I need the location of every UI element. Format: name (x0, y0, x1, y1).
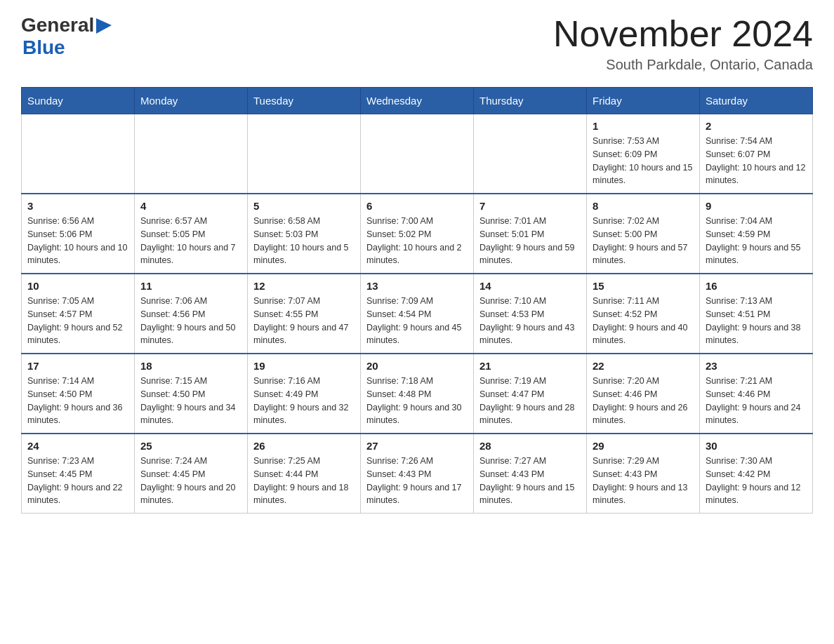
day-number: 26 (253, 440, 355, 452)
calendar-cell (248, 114, 361, 194)
calendar-cell: 15Sunrise: 7:11 AMSunset: 4:52 PMDayligh… (587, 274, 700, 354)
day-number: 30 (706, 440, 807, 452)
day-number: 5 (253, 200, 355, 212)
day-info: Sunrise: 7:18 AMSunset: 4:48 PMDaylight:… (366, 375, 468, 427)
day-number: 2 (706, 120, 807, 132)
calendar-table: Sunday Monday Tuesday Wednesday Thursday… (21, 87, 813, 514)
logo-triangle-icon (96, 18, 112, 34)
day-number: 18 (140, 360, 241, 372)
calendar-cell: 5Sunrise: 6:58 AMSunset: 5:03 PMDaylight… (248, 194, 361, 274)
svg-marker-0 (96, 18, 112, 34)
calendar-cell: 23Sunrise: 7:21 AMSunset: 4:46 PMDayligh… (700, 354, 813, 434)
calendar-cell (135, 114, 248, 194)
day-number: 23 (706, 360, 807, 372)
calendar-cell: 21Sunrise: 7:19 AMSunset: 4:47 PMDayligh… (474, 354, 587, 434)
day-number: 8 (593, 200, 694, 212)
day-info: Sunrise: 7:19 AMSunset: 4:47 PMDaylight:… (479, 375, 581, 427)
day-number: 6 (366, 200, 468, 212)
header-wednesday: Wednesday (361, 88, 474, 114)
day-number: 11 (140, 280, 241, 292)
day-info: Sunrise: 7:14 AMSunset: 4:50 PMDaylight:… (27, 375, 128, 427)
month-title: November 2024 (553, 14, 813, 54)
calendar-cell: 2Sunrise: 7:54 AMSunset: 6:07 PMDaylight… (700, 114, 813, 194)
calendar-cell: 18Sunrise: 7:15 AMSunset: 4:50 PMDayligh… (135, 354, 248, 434)
header-saturday: Saturday (700, 88, 813, 114)
calendar-cell: 4Sunrise: 6:57 AMSunset: 5:05 PMDaylight… (135, 194, 248, 274)
day-info: Sunrise: 7:05 AMSunset: 4:57 PMDaylight:… (27, 295, 128, 347)
day-number: 29 (593, 440, 694, 452)
day-number: 19 (253, 360, 355, 372)
day-info: Sunrise: 7:15 AMSunset: 4:50 PMDaylight:… (140, 375, 241, 427)
calendar-cell: 30Sunrise: 7:30 AMSunset: 4:42 PMDayligh… (700, 434, 813, 514)
day-info: Sunrise: 7:29 AMSunset: 4:43 PMDaylight:… (593, 455, 694, 507)
page-header: General Blue November 2024 South Parkdal… (21, 14, 813, 73)
header-monday: Monday (135, 88, 248, 114)
day-number: 16 (706, 280, 807, 292)
header-tuesday: Tuesday (248, 88, 361, 114)
day-info: Sunrise: 7:11 AMSunset: 4:52 PMDaylight:… (593, 295, 694, 347)
day-number: 27 (366, 440, 468, 452)
calendar-cell: 24Sunrise: 7:23 AMSunset: 4:45 PMDayligh… (22, 434, 135, 514)
day-info: Sunrise: 7:25 AMSunset: 4:44 PMDaylight:… (253, 455, 355, 507)
calendar-cell: 16Sunrise: 7:13 AMSunset: 4:51 PMDayligh… (700, 274, 813, 354)
calendar-week-1: 1Sunrise: 7:53 AMSunset: 6:09 PMDaylight… (22, 114, 813, 194)
day-info: Sunrise: 6:57 AMSunset: 5:05 PMDaylight:… (140, 215, 241, 267)
calendar-cell: 22Sunrise: 7:20 AMSunset: 4:46 PMDayligh… (587, 354, 700, 434)
calendar-cell (22, 114, 135, 194)
calendar-cell: 29Sunrise: 7:29 AMSunset: 4:43 PMDayligh… (587, 434, 700, 514)
calendar-cell: 8Sunrise: 7:02 AMSunset: 5:00 PMDaylight… (587, 194, 700, 274)
day-info: Sunrise: 6:58 AMSunset: 5:03 PMDaylight:… (253, 215, 355, 267)
day-number: 17 (27, 360, 128, 372)
day-number: 7 (479, 200, 581, 212)
day-number: 21 (479, 360, 581, 372)
calendar-cell (361, 114, 474, 194)
day-number: 28 (479, 440, 581, 452)
day-number: 24 (27, 440, 128, 452)
day-info: Sunrise: 7:13 AMSunset: 4:51 PMDaylight:… (706, 295, 807, 347)
day-number: 22 (593, 360, 694, 372)
calendar-cell: 27Sunrise: 7:26 AMSunset: 4:43 PMDayligh… (361, 434, 474, 514)
day-number: 12 (253, 280, 355, 292)
calendar-cell: 19Sunrise: 7:16 AMSunset: 4:49 PMDayligh… (248, 354, 361, 434)
day-info: Sunrise: 7:54 AMSunset: 6:07 PMDaylight:… (706, 135, 807, 187)
day-number: 1 (593, 120, 694, 132)
calendar-cell: 3Sunrise: 6:56 AMSunset: 5:06 PMDaylight… (22, 194, 135, 274)
logo-blue: Blue (22, 36, 65, 59)
day-info: Sunrise: 7:06 AMSunset: 4:56 PMDaylight:… (140, 295, 241, 347)
calendar-cell: 12Sunrise: 7:07 AMSunset: 4:55 PMDayligh… (248, 274, 361, 354)
day-info: Sunrise: 7:02 AMSunset: 5:00 PMDaylight:… (593, 215, 694, 267)
day-info: Sunrise: 7:00 AMSunset: 5:02 PMDaylight:… (366, 215, 468, 267)
day-number: 15 (593, 280, 694, 292)
day-number: 4 (140, 200, 241, 212)
day-info: Sunrise: 7:24 AMSunset: 4:45 PMDaylight:… (140, 455, 241, 507)
day-info: Sunrise: 7:04 AMSunset: 4:59 PMDaylight:… (706, 215, 807, 267)
calendar-cell: 9Sunrise: 7:04 AMSunset: 4:59 PMDaylight… (700, 194, 813, 274)
calendar-week-2: 3Sunrise: 6:56 AMSunset: 5:06 PMDaylight… (22, 194, 813, 274)
day-info: Sunrise: 7:07 AMSunset: 4:55 PMDaylight:… (253, 295, 355, 347)
calendar-cell: 7Sunrise: 7:01 AMSunset: 5:01 PMDaylight… (474, 194, 587, 274)
day-info: Sunrise: 7:20 AMSunset: 4:46 PMDaylight:… (593, 375, 694, 427)
calendar-cell: 6Sunrise: 7:00 AMSunset: 5:02 PMDaylight… (361, 194, 474, 274)
day-info: Sunrise: 7:23 AMSunset: 4:45 PMDaylight:… (27, 455, 128, 507)
calendar-week-4: 17Sunrise: 7:14 AMSunset: 4:50 PMDayligh… (22, 354, 813, 434)
title-section: November 2024 South Parkdale, Ontario, C… (553, 14, 813, 73)
day-number: 14 (479, 280, 581, 292)
day-info: Sunrise: 7:26 AMSunset: 4:43 PMDaylight:… (366, 455, 468, 507)
calendar-cell: 1Sunrise: 7:53 AMSunset: 6:09 PMDaylight… (587, 114, 700, 194)
calendar-cell: 14Sunrise: 7:10 AMSunset: 4:53 PMDayligh… (474, 274, 587, 354)
calendar-cell: 28Sunrise: 7:27 AMSunset: 4:43 PMDayligh… (474, 434, 587, 514)
day-number: 13 (366, 280, 468, 292)
calendar-cell (474, 114, 587, 194)
day-info: Sunrise: 7:09 AMSunset: 4:54 PMDaylight:… (366, 295, 468, 347)
logo-general: General (21, 14, 94, 36)
day-info: Sunrise: 7:27 AMSunset: 4:43 PMDaylight:… (479, 455, 581, 507)
calendar-cell: 13Sunrise: 7:09 AMSunset: 4:54 PMDayligh… (361, 274, 474, 354)
day-info: Sunrise: 7:21 AMSunset: 4:46 PMDaylight:… (706, 375, 807, 427)
day-number: 25 (140, 440, 241, 452)
day-info: Sunrise: 7:16 AMSunset: 4:49 PMDaylight:… (253, 375, 355, 427)
day-info: Sunrise: 6:56 AMSunset: 5:06 PMDaylight:… (27, 215, 128, 267)
day-info: Sunrise: 7:53 AMSunset: 6:09 PMDaylight:… (593, 135, 694, 187)
location: South Parkdale, Ontario, Canada (553, 57, 813, 73)
calendar-cell: 25Sunrise: 7:24 AMSunset: 4:45 PMDayligh… (135, 434, 248, 514)
day-number: 20 (366, 360, 468, 372)
